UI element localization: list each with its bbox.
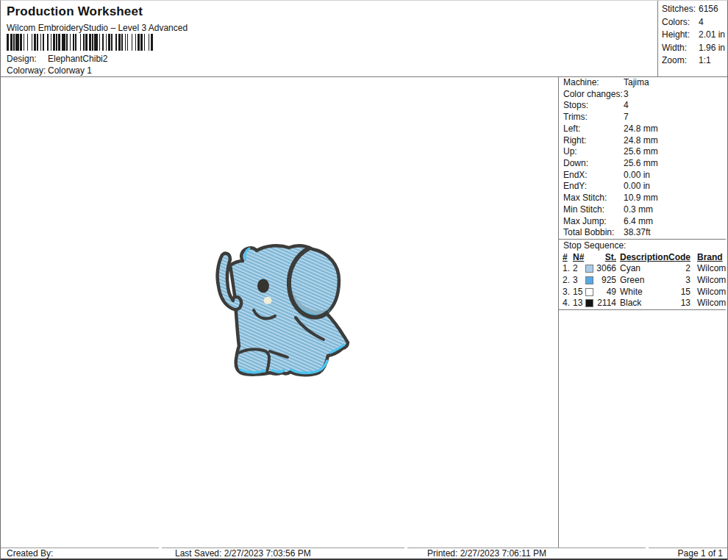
color-description: Black	[620, 298, 661, 309]
stat-label: Stitches:	[662, 3, 696, 16]
thread-brand: Wilcom	[697, 287, 726, 298]
thread-brand: Wilcom	[697, 263, 726, 275]
info-row: Left:24.8 mm	[559, 123, 726, 135]
stat-label: Width:	[662, 42, 687, 55]
stat-row: Stitches:6156	[658, 3, 725, 16]
barcode	[7, 34, 153, 51]
design-name-row: Design: ElephantChibi2	[7, 54, 37, 64]
stat-value: 2.01 in	[699, 29, 725, 42]
elephant-chibi-design	[213, 243, 360, 383]
info-value: 38.37ft	[624, 227, 651, 239]
col-num: #	[563, 252, 573, 264]
info-row: Color changes:3	[559, 89, 726, 101]
info-label: Color changes:	[563, 89, 623, 101]
production-worksheet-page: Production Worksheet Wilcom EmbroiderySt…	[0, 0, 728, 560]
stat-row: Width:1.96 in	[658, 42, 725, 55]
stat-label: Height:	[662, 29, 690, 42]
row-num: 1.	[563, 263, 573, 275]
info-value: 25.6 mm	[624, 146, 658, 158]
info-row: Min Stitch:0.3 mm	[559, 204, 726, 216]
info-value: 10.9 mm	[624, 193, 658, 204]
row-num: 2.	[563, 275, 573, 287]
info-value: 25.6 mm	[624, 158, 658, 170]
thread-brand: Wilcom	[697, 275, 726, 287]
info-label: Up:	[563, 146, 577, 158]
needle-num: 3	[573, 275, 585, 287]
color-code: 2	[662, 263, 690, 275]
info-label: Right:	[563, 135, 586, 147]
stop-sequence-header: # N# St. Description Code Brand	[559, 252, 726, 264]
info-row: EndX:0.00 in	[559, 170, 726, 182]
info-row: Up:25.6 mm	[559, 146, 726, 158]
color-code: 3	[662, 275, 690, 287]
info-row: Max Jump:6.4 mm	[559, 216, 726, 228]
info-value: 24.8 mm	[624, 123, 658, 135]
table-row: 3. 15 49 White 15 Wilcom	[559, 287, 726, 298]
stitch-count: 925	[596, 275, 616, 287]
table-row: 1. 2 3066 Cyan 2 Wilcom	[559, 263, 726, 275]
color-description: Cyan	[620, 263, 661, 275]
info-row: Down:25.6 mm	[559, 158, 726, 170]
elephant-body	[230, 245, 348, 375]
col-st: St.	[596, 252, 616, 264]
cheek-dot	[264, 297, 272, 304]
color-description: Green	[620, 275, 661, 287]
stat-value: 6156	[699, 3, 718, 16]
col-brand: Brand	[697, 252, 723, 264]
info-label: Stops:	[563, 100, 588, 112]
info-value: Tajima	[624, 77, 649, 89]
panel-divider	[559, 309, 726, 310]
info-value: 4	[624, 100, 629, 112]
needle-num: 2	[573, 263, 585, 275]
design-label: Design:	[7, 54, 37, 64]
color-swatch	[585, 299, 593, 307]
info-label: Max Stitch:	[563, 193, 607, 204]
info-value: 7	[624, 112, 629, 123]
info-value: 3	[624, 89, 629, 101]
design-stats-box: Stitches:6156 Colors:4 Height:2.01 in Wi…	[657, 1, 725, 76]
stitch-count: 3066	[596, 263, 616, 275]
stat-value: 4	[699, 16, 704, 29]
info-label: EndY:	[563, 181, 587, 193]
design-value: ElephantChibi2	[48, 54, 107, 64]
info-value: 6.4 mm	[624, 216, 653, 228]
colorway-row: Colorway: Colorway 1	[7, 65, 46, 76]
eye	[257, 279, 269, 293]
stitch-count: 49	[596, 287, 616, 298]
row-num: 4.	[563, 298, 573, 309]
stat-row: Colors:4	[658, 16, 725, 29]
info-label: Machine:	[563, 77, 599, 89]
table-row: 4. 13 2114 Black 13 Wilcom	[559, 298, 726, 309]
info-value: 0.3 mm	[624, 204, 653, 216]
row-num: 3.	[563, 287, 573, 298]
info-label: Max Jump:	[563, 216, 607, 228]
info-row: Right:24.8 mm	[559, 135, 726, 147]
colorway-value: Colorway 1	[48, 65, 92, 76]
info-row: Max Stitch:10.9 mm	[559, 193, 726, 204]
stat-label: Zoom:	[662, 54, 687, 68]
page-title: Production Worksheet	[7, 4, 143, 19]
color-swatch	[585, 265, 593, 273]
needle-num: 15	[573, 287, 585, 298]
thread-brand: Wilcom	[697, 298, 726, 309]
software-name: Wilcom EmbroideryStudio – Level 3 Advanc…	[7, 23, 188, 33]
info-row: Trims:7	[559, 112, 726, 123]
stat-row: Height:2.01 in	[658, 29, 725, 42]
stat-label: Colors:	[662, 16, 690, 29]
info-row: Total Bobbin:38.37ft	[559, 227, 726, 239]
info-label: Left:	[563, 123, 580, 135]
color-code: 13	[662, 298, 690, 309]
needle-num: 13	[573, 298, 585, 309]
info-label: EndX:	[563, 170, 588, 182]
color-description: White	[620, 287, 661, 298]
machine-info-panel: Machine:Tajima Color changes:3 Stops:4 T…	[558, 77, 726, 548]
col-code: Code	[662, 252, 690, 264]
color-swatch	[585, 288, 593, 296]
stat-value: 1:1	[699, 54, 711, 68]
table-row: 2. 3 925 Green 3 Wilcom	[559, 275, 726, 287]
color-code: 15	[662, 287, 690, 298]
col-n: N#	[573, 252, 585, 264]
colorway-label: Colorway:	[7, 65, 46, 76]
info-value: 0.00 in	[624, 181, 650, 193]
info-label: Trims:	[563, 112, 588, 123]
